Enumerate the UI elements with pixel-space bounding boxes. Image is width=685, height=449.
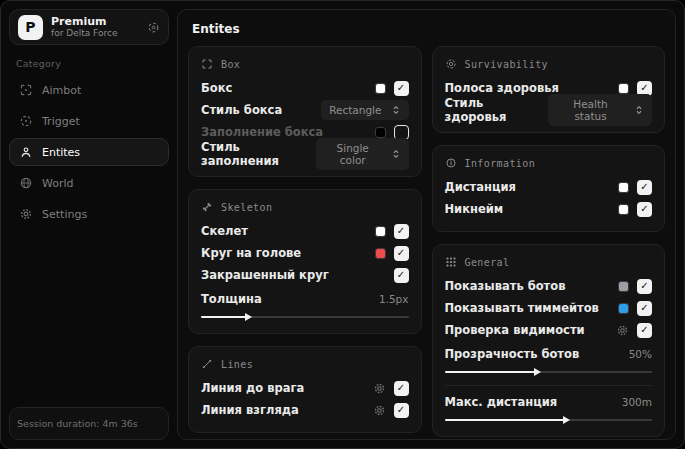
left-column: Box Бокс ✓ Стиль бокса Rectangle [188, 46, 422, 433]
section-title: Survivability [465, 59, 548, 70]
sidebar-item-entites[interactable]: Entites [9, 138, 169, 166]
lines-section: Lines Линия до врага ✓ Линия взгляда [188, 346, 422, 433]
checkbox[interactable]: ✓ [394, 224, 409, 239]
row-settings-icon[interactable] [373, 404, 386, 417]
line-icon [201, 358, 213, 370]
check-icon: ✓ [397, 248, 405, 258]
fill-style-select[interactable]: Single color [316, 138, 409, 170]
section-title: Box [221, 59, 240, 70]
check-icon: ✓ [397, 270, 405, 280]
setting-label: Никнейм [445, 202, 504, 216]
setting-label: Скелет [201, 224, 248, 238]
color-swatch[interactable] [618, 281, 629, 292]
color-swatch[interactable] [618, 303, 629, 314]
select-value: Rectangle [329, 104, 381, 116]
setting-label: Стиль бокса [201, 103, 282, 117]
survivability-section: Survivability Полоса здоровья ✓ Стиль зд… [432, 46, 666, 133]
sidebar-item-label: Trigget [42, 115, 80, 128]
sidebar-nav: Aimbot Trigget Entites World [9, 76, 169, 228]
setting-label: Линия до врага [201, 381, 304, 395]
sidebar-item-trigget[interactable]: Trigget [9, 107, 169, 135]
color-swatch[interactable] [375, 127, 386, 138]
right-column: Survivability Полоса здоровья ✓ Стиль зд… [432, 46, 666, 437]
setting-row: Стиль заполнения Single color [201, 143, 409, 165]
divider [445, 385, 653, 386]
max-distance-slider[interactable] [445, 415, 653, 425]
color-swatch[interactable] [618, 204, 629, 215]
setting-label: Закрашенный круг [201, 268, 329, 282]
sidebar-item-settings[interactable]: Settings [9, 200, 169, 228]
check-icon: ✓ [397, 383, 405, 393]
lifebuoy-icon [445, 58, 457, 70]
checkbox[interactable]: ✓ [394, 246, 409, 261]
app-window: P Premium for Delta Force Category Aimbo… [0, 0, 685, 449]
max-distance-slider-group: Макс. дистанция 300m [445, 392, 653, 425]
setting-label: Линия взгляда [201, 403, 299, 417]
color-swatch[interactable] [375, 83, 386, 94]
color-swatch[interactable] [375, 226, 386, 237]
setting-label: Круг на голове [201, 246, 301, 260]
bot-opacity-slider[interactable] [445, 367, 653, 377]
brand-subtitle: for Delta Force [51, 28, 117, 38]
slider-thumb[interactable] [563, 416, 570, 424]
setting-row: Показывать тиммейтов ✓ [445, 297, 653, 319]
setting-label: Показывать тиммейтов [445, 301, 599, 315]
checkbox[interactable]: ✓ [394, 268, 409, 283]
section-title: Lines [221, 359, 253, 370]
setting-row: Проверка видимости ✓ [445, 319, 653, 341]
sidebar-item-world[interactable]: World [9, 169, 169, 197]
select-value: Single color [324, 142, 382, 166]
sync-icon[interactable] [147, 21, 160, 34]
thickness-slider-group: Толщина 1.5px [201, 289, 409, 322]
setting-row: Линия до врага ✓ [201, 377, 409, 399]
unfold-icon [391, 105, 401, 115]
sidebar-item-label: Aimbot [42, 84, 81, 97]
setting-label: Полоса здоровья [445, 81, 559, 95]
color-swatch[interactable] [618, 83, 629, 94]
info-icon [445, 157, 457, 169]
page-title: Entites [192, 22, 661, 36]
slider-value: 50% [629, 348, 652, 360]
setting-row: Дистанция ✓ [445, 176, 653, 198]
check-icon: ✓ [397, 83, 405, 93]
check-icon: ✓ [640, 182, 648, 192]
setting-row: Стиль бокса Rectangle [201, 99, 409, 121]
color-swatch[interactable] [618, 182, 629, 193]
bone-icon [201, 201, 213, 213]
color-swatch[interactable] [375, 248, 386, 259]
checkbox[interactable]: ✓ [394, 381, 409, 396]
check-icon: ✓ [640, 325, 648, 335]
unfold-icon [391, 149, 401, 159]
sidebar-item-aimbot[interactable]: Aimbot [9, 76, 169, 104]
setting-label: Показывать ботов [445, 279, 566, 293]
checkbox[interactable]: ✓ [394, 81, 409, 96]
row-settings-icon[interactable] [373, 382, 386, 395]
sidebar-item-label: Settings [42, 208, 87, 221]
setting-row: Показывать ботов ✓ [445, 275, 653, 297]
crosshair-icon [19, 83, 33, 97]
checkbox[interactable]: ✓ [637, 202, 652, 217]
setting-label: Бокс [201, 81, 232, 95]
checkbox[interactable]: ✓ [637, 301, 652, 316]
setting-row: Скелет ✓ [201, 220, 409, 242]
slider-fill [445, 371, 536, 373]
health-style-select[interactable]: Health status [548, 94, 652, 126]
checkbox[interactable]: ✓ [637, 279, 652, 294]
brand-logo: P [18, 15, 43, 40]
box-section: Box Бокс ✓ Стиль бокса Rectangle [188, 46, 422, 177]
checkbox[interactable]: ✓ [637, 180, 652, 195]
thickness-slider[interactable] [201, 312, 409, 322]
slider-thumb[interactable] [534, 368, 541, 376]
category-label: Category [16, 58, 162, 69]
trigger-icon [19, 114, 33, 128]
setting-row: Закрашенный круг ✓ [201, 264, 409, 286]
brand-name: Premium [51, 16, 117, 29]
section-title: Skeleton [221, 202, 272, 213]
sidebar-item-label: World [42, 177, 74, 190]
setting-row: Бокс ✓ [201, 77, 409, 99]
checkbox[interactable]: ✓ [394, 403, 409, 418]
box-style-select[interactable]: Rectangle [321, 100, 408, 120]
slider-thumb[interactable] [245, 313, 252, 321]
checkbox[interactable]: ✓ [637, 323, 652, 338]
row-settings-icon[interactable] [616, 324, 629, 337]
